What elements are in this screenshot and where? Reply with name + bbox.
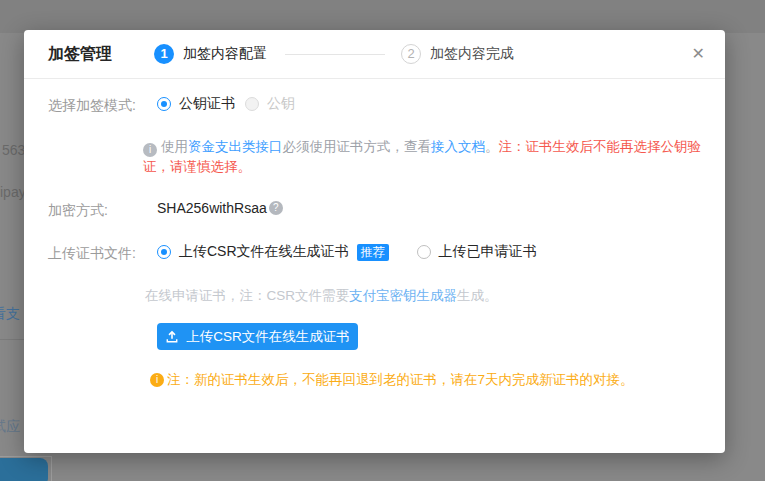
step-1-label: 加签内容配置	[183, 45, 267, 63]
radio-upload-existing[interactable]	[417, 245, 431, 259]
cert-mode-notice: i使用资金支出类接口必须使用证书方式，查看接入文档。注：证书生效后不能再选择公钥…	[143, 137, 711, 176]
sign-mode-label: 选择加签模式:	[48, 97, 136, 115]
sign-management-dialog: 加签管理 1 加签内容配置 2 加签内容完成 ✕ 选择加签模式: 公钥证书 公钥…	[24, 30, 725, 453]
encryption-label: 加密方式:	[48, 202, 108, 220]
notice-text-3: 。	[485, 139, 499, 154]
step-1: 1 加签内容配置	[154, 44, 267, 64]
upload-mode-options: 上传CSR文件在线生成证书 推荐 上传已申请证书	[157, 243, 537, 261]
radio-public-key-cert[interactable]	[157, 97, 171, 111]
upload-icon	[165, 330, 179, 344]
step-1-number-icon: 1	[154, 44, 174, 64]
step-2-number-icon: 2	[401, 44, 421, 64]
keygen-tool-link[interactable]: 支付宝密钥生成器	[349, 288, 457, 303]
helper-text-1: 在线申请证书，注：CSR文件需要	[145, 288, 349, 303]
radio-public-key-cert-label[interactable]: 公钥证书	[179, 95, 235, 113]
sign-mode-options: 公钥证书 公钥	[157, 95, 295, 113]
docs-link[interactable]: 接入文档	[431, 139, 485, 154]
step-2: 2 加签内容完成	[401, 44, 514, 64]
bg-blue-button	[0, 458, 48, 481]
upload-csr-button[interactable]: 上传CSR文件在线生成证书	[157, 323, 358, 350]
bg-divider	[0, 339, 24, 340]
cert-switch-warning: i 注：新的证书生效后，不能再回退到老的证书，请在7天内完成新证书的对接。	[150, 371, 634, 389]
upload-button-label: 上传CSR文件在线生成证书	[186, 328, 350, 346]
step-2-label: 加签内容完成	[430, 45, 514, 63]
bg-partial-gateway: ipay	[0, 184, 26, 200]
step-connector	[285, 54, 385, 55]
radio-public-key-label[interactable]: 公钥	[267, 95, 295, 113]
notice-text-2: 必须使用证书方式，查看	[283, 139, 432, 154]
question-icon[interactable]: ?	[269, 201, 283, 215]
dialog-header: 加签管理 1 加签内容配置 2 加签内容完成 ✕	[24, 30, 725, 79]
radio-upload-csr[interactable]	[157, 245, 171, 259]
encryption-value: SHA256withRsaa	[157, 200, 267, 216]
bg-partial-number: 563	[2, 142, 25, 158]
info-icon: i	[143, 143, 157, 157]
bg-partial-app-link: 试应	[0, 418, 20, 436]
notice-text-1: 使用	[161, 139, 188, 154]
radio-upload-csr-label[interactable]: 上传CSR文件在线生成证书	[179, 243, 349, 261]
warning-info-icon: i	[150, 373, 164, 387]
close-icon[interactable]: ✕	[692, 46, 705, 62]
warning-text: 注：新的证书生效后，不能再回退到老的证书，请在7天内完成新证书的对接。	[167, 371, 634, 389]
upload-mode-label: 上传证书文件:	[48, 245, 136, 263]
radio-upload-existing-label[interactable]: 上传已申请证书	[439, 243, 537, 261]
dialog-title: 加签管理	[48, 44, 112, 65]
page-header-band	[0, 0, 765, 33]
bg-partial-link: 看支	[0, 305, 20, 323]
funds-api-link[interactable]: 资金支出类接口	[188, 139, 283, 154]
helper-text-2: 生成。	[457, 288, 498, 303]
encryption-value-row: SHA256withRsaa ?	[157, 200, 283, 216]
csr-helper-text: 在线申请证书，注：CSR文件需要支付宝密钥生成器生成。	[145, 287, 498, 305]
recommended-badge: 推荐	[357, 244, 389, 261]
radio-public-key[interactable]	[245, 97, 259, 111]
stepper: 1 加签内容配置 2 加签内容完成	[154, 44, 514, 64]
